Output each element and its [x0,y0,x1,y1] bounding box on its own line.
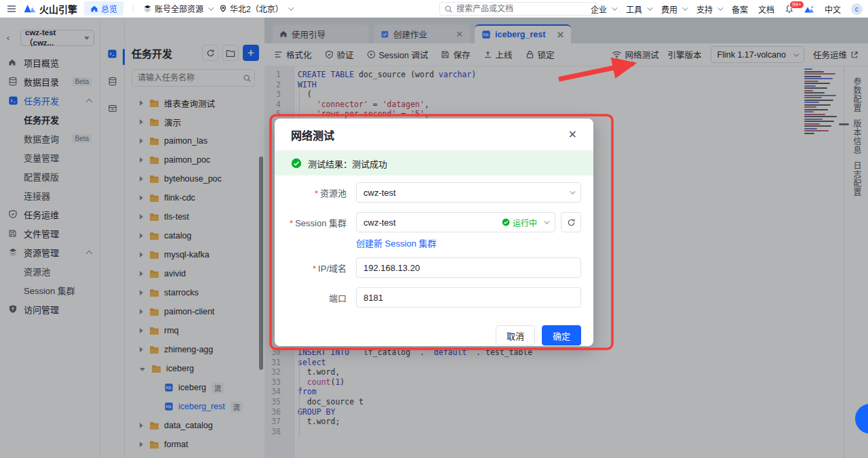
check-circle-icon [291,158,302,169]
topnav-menu-文档[interactable]: 文档 [758,3,774,15]
menu-label: 备案 [732,3,748,15]
modal-field-端口: 端口 [281,287,581,308]
global-search-input[interactable] [456,4,578,14]
home-icon [90,5,98,13]
hamburger-icon[interactable] [7,5,16,13]
modal-field-资源池: *资源池cwz-test [281,182,581,203]
端口-input-wrap [356,287,581,308]
logo-text: 火山引擎 [39,2,77,16]
chevron-down-icon [612,5,617,10]
account-resources-dropdown[interactable]: 账号全部资源 [143,3,212,14]
chevron-down-icon [544,218,549,224]
select-value: cwz-test [363,188,396,198]
overview-button[interactable]: 总览 [84,1,123,16]
cancel-button[interactable]: 取消 [496,325,535,346]
topnav-menu-工具[interactable]: 工具 [626,3,651,15]
account-resources-label: 账号全部资源 [155,3,203,14]
menu-label: 支持 [696,3,713,15]
端口-input[interactable] [363,293,574,303]
language-switch[interactable]: 中文 [825,3,841,15]
region-dropdown[interactable]: 华北2（北京） [219,3,292,14]
required-asterisk: * [290,218,293,228]
global-search[interactable] [439,2,597,16]
menu-label: 工具 [626,3,642,15]
volcano-logo[interactable]: 火山引擎 [23,2,77,16]
ai-assistant-icon[interactable] [804,5,814,14]
chevron-down-icon [647,5,652,10]
field-label: *Session 集群 [281,216,347,229]
chevron-down-icon [717,5,723,10]
required-asterisk: * [313,264,316,274]
alert-text: 测试结果：测试成功 [308,157,387,170]
confirm-button[interactable]: 确定 [542,325,581,346]
modal-title: 网络测试 [291,127,334,143]
check-dot-icon [502,218,510,226]
IP/域名-input-wrap [356,257,581,278]
chevron-down-icon [570,188,575,194]
topnav-menu-企业[interactable]: 企业 [591,3,616,15]
chevron-down-icon [288,5,294,10]
select-value: cwz-test [363,217,396,228]
menu-label: 企业 [591,3,607,15]
Session 集群-select[interactable]: cwz-test运行中 [356,212,555,232]
search-icon [444,5,453,14]
volcano-logo-icon [23,3,37,14]
create-session-link[interactable]: 创建新 Session 集群 [356,236,581,249]
field-label: 端口 [281,291,347,304]
资源池-select[interactable]: cwz-test [356,182,581,203]
status-text: 运行中 [513,217,537,228]
top-nav: 火山引擎 总览 账号全部资源 华北2（北京） 企业工具费用支持备案文档 99+ … [0,0,868,18]
topnav-menu-费用[interactable]: 费用 [661,3,686,15]
network-test-modal: 网络测试 ✕ 测试结果：测试成功 *资源池cwz-test*Session 集群… [275,119,593,346]
chevron-down-icon [682,5,688,10]
test-result-alert: 测试结果：测试成功 [275,151,593,175]
location-icon [219,4,227,13]
topnav-menu-支持[interactable]: 支持 [696,3,722,15]
menu-label: 文档 [758,3,774,15]
region-label: 华北2（北京） [230,3,283,14]
overview-label: 总览 [101,3,117,14]
refresh-session-button[interactable] [561,212,581,232]
notification-badge: 99+ [789,1,804,9]
modal-field-IP/域名: *IP/域名 [281,257,581,278]
notifications-button[interactable]: 99+ [785,4,794,14]
required-asterisk: * [315,188,318,199]
menu-label: 费用 [661,3,677,15]
stack-icon [143,4,152,13]
IP/域名-input[interactable] [363,263,574,273]
divider [133,5,134,13]
chevron-down-icon [208,5,214,10]
field-label: *资源池 [281,186,347,199]
field-label: *IP/域名 [281,262,347,274]
topnav-menu-备案[interactable]: 备案 [732,3,748,15]
avatar[interactable]: c [851,3,863,15]
close-icon[interactable]: ✕ [568,128,577,141]
modal-field-Session 集群: *Session 集群cwz-test运行中 [281,212,581,232]
